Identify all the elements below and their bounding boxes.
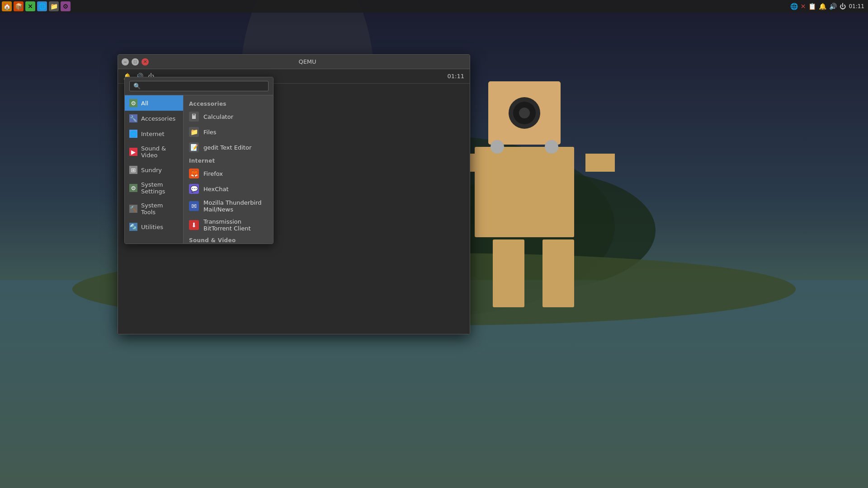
x-taskbar-icon: ✕ [801,3,806,10]
category-sound-video-label: Sound & Video [141,145,179,159]
window-controls: – □ ✕ [122,58,149,66]
transmission-icon: ⬇ [189,220,199,230]
accessories-icon: 🔧 [129,114,137,122]
search-wrapper[interactable]: 🔍 [129,81,269,91]
utilities-icon: 🔩 [129,223,137,231]
category-all-label: All [141,100,148,107]
firefox-icon: 🦊 [189,169,199,178]
category-internet[interactable]: 🌐 Internet [125,126,183,141]
category-system-settings[interactable]: ⚙ System Settings [125,178,183,198]
thunderbird-icon: ✉ [189,201,199,211]
sound-video-icon: ▶ [129,148,137,156]
taskbar-software-icon[interactable]: 📦 [14,1,24,11]
window-minimize-button[interactable]: – [122,58,129,66]
menu-body: ⚙ All 🔧 Accessories 🌐 Internet ▶ Sound &… [125,95,273,244]
internet-section-header: Internet [184,155,273,166]
category-sundry-label: Sundry [141,167,162,174]
gedit-icon: 📝 [189,142,199,152]
window-status-time: 01:11 [448,73,464,80]
taskbar-home-icon[interactable]: 🏠 [2,1,12,11]
search-input[interactable] [143,83,264,89]
category-sundry[interactable]: ⊞ Sundry [125,162,183,178]
taskbar-x-icon[interactable]: ✕ [25,1,35,11]
taskbar-files-icon[interactable]: 📁 [49,1,59,11]
clipboard-taskbar-icon[interactable]: 📋 [808,3,816,10]
category-internet-label: Internet [141,131,165,137]
app-thunderbird[interactable]: ✉ Mozilla Thunderbird Mail/News [184,197,273,216]
taskbar: 🏠 📦 ✕ 🌐 📁 ⚙ 🌐 ✕ 📋 🔔 🔊 ⏻ 01:11 [0,0,868,13]
calculator-icon: 🖩 [189,112,199,122]
files-icon: 📁 [189,127,199,137]
search-bar: 🔍 [125,77,273,95]
category-system-tools-label: System Tools [141,202,179,216]
system-tools-icon: 🔨 [129,205,137,213]
taskbar-left: 🏠 📦 ✕ 🌐 📁 ⚙ [0,1,71,11]
sundry-icon: ⊞ [129,166,137,174]
category-all[interactable]: ⚙ All [125,95,183,111]
window-titlebar: – □ ✕ QEMU [118,55,470,69]
search-icon: 🔍 [133,83,141,89]
category-system-tools[interactable]: 🔨 System Tools [125,198,183,219]
app-menu: 🔍 ⚙ All 🔧 Accessories 🌐 Internet ▶ Sound… [124,77,274,244]
category-accessories[interactable]: 🔧 Accessories [125,111,183,126]
category-accessories-label: Accessories [141,115,175,122]
category-utilities-label: Utilities [141,224,163,230]
app-gedit[interactable]: 📝 gedit Text Editor [184,140,273,155]
app-calculator-label: Calculator [203,113,233,120]
window-title: QEMU [149,58,466,65]
taskbar-settings-icon[interactable]: ⚙ [61,1,71,11]
taskbar-right: 🌐 ✕ 📋 🔔 🔊 ⏻ 01:11 [790,3,868,10]
app-firefox[interactable]: 🦊 Firefox [184,166,273,181]
app-transmission[interactable]: ⬇ Transmission BitTorrent Client [184,216,273,235]
all-icon: ⚙ [129,99,137,107]
app-transmission-label: Transmission BitTorrent Client [203,218,268,232]
power-taskbar-icon[interactable]: ⏻ [840,3,846,10]
window-maximize-button[interactable]: □ [132,58,139,66]
taskbar-browser-icon[interactable]: 🌐 [37,1,47,11]
app-thunderbird-label: Mozilla Thunderbird Mail/News [203,199,268,213]
category-utilities[interactable]: 🔩 Utilities [125,219,183,235]
category-sound-video[interactable]: ▶ Sound & Video [125,141,183,162]
hexchat-icon: 💬 [189,184,199,194]
accessories-section-header: Accessories [184,98,273,109]
apps-panel: Accessories 🖩 Calculator 📁 Files 📝 gedit… [184,95,273,244]
bell-taskbar-icon[interactable]: 🔔 [819,3,826,10]
app-files[interactable]: 📁 Files [184,124,273,140]
system-settings-icon: ⚙ [129,184,137,192]
app-hexchat[interactable]: 💬 HexChat [184,181,273,197]
volume-taskbar-icon[interactable]: 🔊 [829,3,837,10]
internet-icon: 🌐 [129,130,137,138]
app-calculator[interactable]: 🖩 Calculator [184,109,273,124]
taskbar-time: 01:11 [849,3,864,9]
app-hexchat-label: HexChat [203,186,229,192]
app-gedit-label: gedit Text Editor [203,144,251,151]
sound-video-section-header: Sound & Video [184,235,273,244]
app-firefox-label: Firefox [203,170,223,177]
taskbar-system-icons: 🌐 ✕ 📋 🔔 🔊 ⏻ [790,3,846,10]
category-system-settings-label: System Settings [141,181,179,195]
window-close-button[interactable]: ✕ [142,58,149,66]
globe-taskbar-icon[interactable]: 🌐 [790,3,798,10]
categories-panel: ⚙ All 🔧 Accessories 🌐 Internet ▶ Sound &… [125,95,184,244]
app-files-label: Files [203,129,217,136]
